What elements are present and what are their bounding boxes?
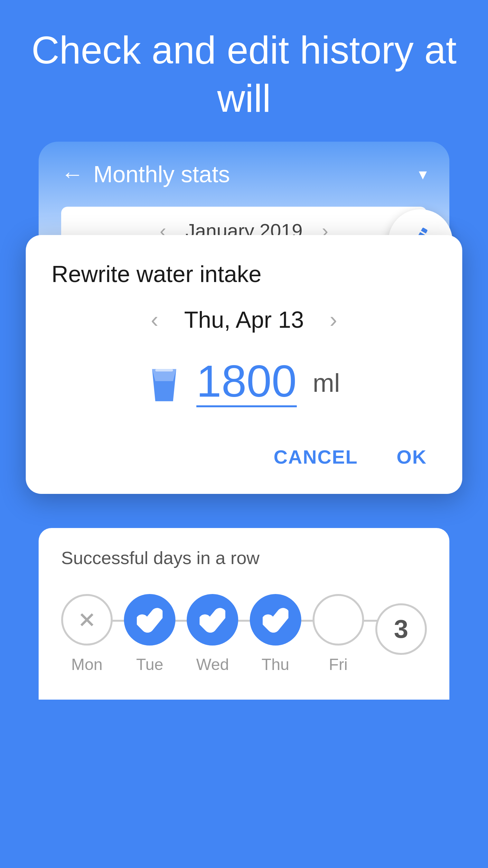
- intake-row: 1800 ml: [52, 359, 436, 407]
- day-circle-fri: [313, 594, 364, 646]
- cancel-button[interactable]: CANCEL: [264, 439, 368, 474]
- day-circle-wed: [187, 594, 238, 646]
- rewrite-dialog: Rewrite water intake ‹ Thu, Apr 13 › 180…: [26, 235, 462, 494]
- list-item: Wed: [187, 594, 238, 674]
- day-label-fri: Fri: [329, 655, 348, 674]
- list-item: 3: [375, 603, 427, 664]
- day-circle-tue: [124, 594, 175, 646]
- day-label-thu: Thu: [261, 655, 289, 674]
- intake-value[interactable]: 1800: [196, 359, 296, 407]
- water-cup-icon: [148, 362, 180, 404]
- date-navigation: ‹ Thu, Apr 13 ›: [52, 307, 436, 333]
- app-topbar: ← Monthly stats ▾: [39, 142, 449, 200]
- day-circle-streak: 3: [375, 603, 427, 655]
- day-circle-thu: [250, 594, 301, 646]
- list-item: Fri: [313, 594, 364, 674]
- day-label-tue: Tue: [136, 655, 163, 674]
- dialog-title: Rewrite water intake: [52, 261, 436, 287]
- day-label-mon: Mon: [71, 655, 102, 674]
- back-arrow-icon[interactable]: ←: [61, 161, 84, 187]
- bottom-card: Successful days in a row Mon Tue: [39, 528, 449, 700]
- day-label-wed: Wed: [196, 655, 229, 674]
- intake-unit: ml: [313, 368, 340, 398]
- day-circle-mon: [61, 594, 113, 646]
- svg-rect-0: [156, 369, 173, 372]
- list-item: Tue: [124, 594, 175, 674]
- successful-days-title: Successful days in a row: [61, 547, 427, 568]
- date-prev-button[interactable]: ‹: [151, 307, 158, 333]
- app-title: Monthly stats: [93, 161, 409, 187]
- date-next-button[interactable]: ›: [330, 307, 337, 333]
- dialog-buttons: CANCEL OK: [52, 433, 436, 474]
- days-row: Mon Tue Wed: [61, 594, 427, 674]
- date-label: Thu, Apr 13: [184, 307, 304, 333]
- dropdown-arrow-icon[interactable]: ▾: [419, 165, 427, 184]
- list-item: Mon: [61, 594, 113, 674]
- ok-button[interactable]: OK: [387, 439, 436, 474]
- list-item: Thu: [250, 594, 301, 674]
- hero-title: Check and edit history at will: [0, 26, 488, 122]
